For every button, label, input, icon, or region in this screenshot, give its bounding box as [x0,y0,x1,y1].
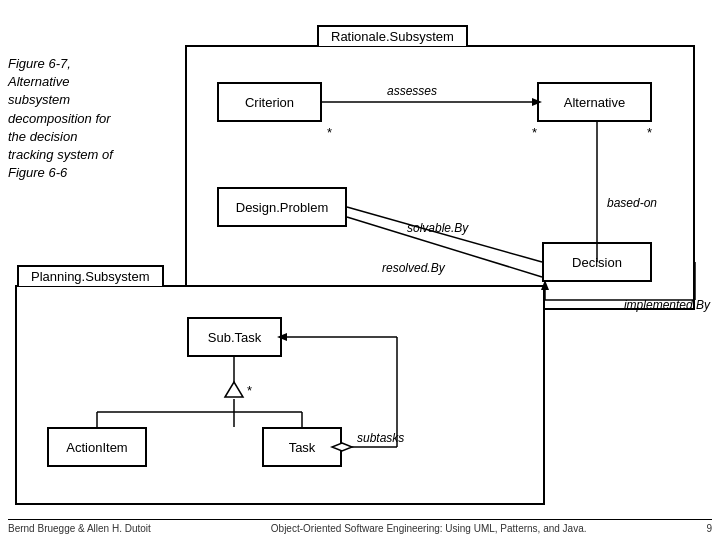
actionitem-box: ActionItem [47,427,147,467]
rationale-subsystem: Rationale.Subsystem Criterion Alternativ… [185,45,695,310]
designproblem-box: Design.Problem [217,187,347,227]
figure-caption: Figure 6-7, Alternative subsystem decomp… [8,55,183,182]
task-box: Task [262,427,342,467]
svg-text:solvable.By: solvable.By [407,221,469,235]
svg-text:*: * [532,125,537,140]
rationale-tab-label: Rationale.Subsystem [317,25,468,46]
subtask-box: Sub.Task [187,317,282,357]
svg-marker-13 [225,382,243,397]
planning-diagram-svg: * subtasks [17,287,547,507]
decision-box: Decision [542,242,652,282]
svg-text:subtasks: subtasks [357,431,404,445]
svg-text:*: * [647,125,652,140]
subtask-label: Sub.Task [208,330,261,345]
criterion-label: Criterion [245,95,294,110]
criterion-box: Criterion [217,82,322,122]
footer-right: 9 [706,523,712,534]
svg-text:*: * [247,383,252,398]
alternative-box: Alternative [537,82,652,122]
caption-line4: decomposition for [8,111,111,126]
planning-tab-label: Planning.Subsystem [17,265,164,286]
footer-left: Bernd Bruegge & Allen H. Dutoit [8,523,151,534]
footer-center: Object-Oriented Software Engineering: Us… [271,523,587,534]
footer: Bernd Bruegge & Allen H. Dutoit Object-O… [8,519,712,534]
caption-line1: Figure 6-7, [8,56,71,71]
svg-text:assesses: assesses [387,84,437,98]
planning-subsystem: Planning.Subsystem Sub.Task ActionItem T… [15,285,545,505]
implemented-by-label: implemented.By [624,298,710,312]
svg-text:resolved.By: resolved.By [382,261,446,275]
caption-line7: Figure 6-6 [8,165,67,180]
decision-label: Decision [572,255,622,270]
actionitem-label: ActionItem [66,440,127,455]
caption-line6: tracking system of [8,147,113,162]
caption-line2: Alternative [8,74,69,89]
svg-line-8 [347,217,542,277]
task-label: Task [289,440,316,455]
designproblem-label: Design.Problem [236,200,329,215]
caption-line3: subsystem [8,92,70,107]
alternative-label: Alternative [564,95,625,110]
svg-line-6 [347,207,542,262]
svg-text:*: * [327,125,332,140]
svg-text:based-on: based-on [607,196,657,210]
caption-line5: the decision [8,129,77,144]
